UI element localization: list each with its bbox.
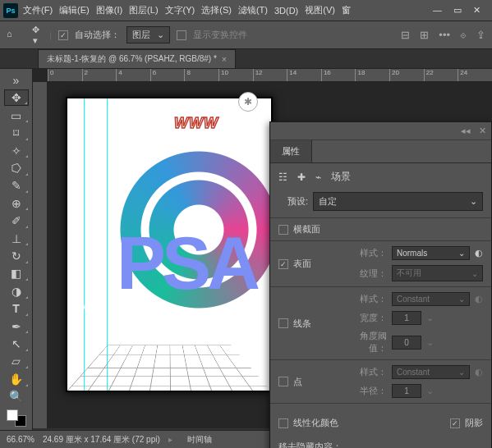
menu-layer[interactable]: 图层(L) — [127, 2, 159, 18]
document-tabs: 未标题-1-恢复的 @ 66.7% (PSAHZ, RGB/8#) * × — [0, 49, 492, 69]
ruler-horizontal[interactable]: 024681012141618202224 — [48, 69, 492, 82]
show-transform-checkbox[interactable] — [177, 30, 186, 40]
points-radius-input: 1 — [392, 384, 421, 398]
points-style-select: Constant⌄ — [392, 365, 470, 379]
psa-text: PSA — [117, 222, 256, 306]
mode-3d-icon[interactable]: ⟐ — [460, 29, 467, 41]
section-label: 横截面 — [293, 223, 320, 235]
document-tab[interactable]: 未标题-1-恢复的 @ 66.7% (PSAHZ, RGB/8#) * × — [38, 49, 236, 68]
3d-axis-widget[interactable]: ⊕⌖ — [69, 300, 89, 314]
options-bar: ⌂ ✥ ▾ | 自动选择： 图层⌄ 显示变换控件 ⊟ ⊞ ••• ⟐ ⇪ — [0, 21, 492, 49]
share-icon[interactable]: ⇪ — [476, 29, 485, 41]
show-transform-label: 显示变换控件 — [193, 29, 247, 41]
document-canvas[interactable]: WWW PSA — [66, 97, 273, 392]
points-checkbox[interactable] — [278, 377, 288, 386]
menu-edit[interactable]: 编辑(E) — [57, 2, 91, 18]
shape-tool[interactable]: ▱ — [4, 354, 29, 369]
history-brush-tool[interactable]: ↻ — [4, 248, 29, 263]
healing-tool[interactable]: ⊕ — [4, 195, 29, 211]
zoom-tool[interactable]: 🔍 — [4, 389, 29, 405]
menu-file[interactable]: 文件(F) — [21, 2, 54, 18]
auto-select-label: 自动选择： — [75, 29, 120, 41]
chevrons-icon[interactable]: » — [4, 72, 29, 88]
ground-plane-grid — [67, 345, 271, 391]
tab-close-icon[interactable]: × — [222, 55, 227, 64]
move-tool[interactable]: ✥ — [4, 89, 29, 106]
add-icon[interactable]: ✚ — [297, 171, 306, 183]
path-select-tool[interactable]: ↖ — [4, 336, 29, 351]
surface-checkbox[interactable] — [278, 259, 288, 269]
ruler-vertical[interactable] — [33, 82, 48, 428]
eyedropper-tool[interactable]: ✎ — [4, 178, 29, 194]
stamp-tool[interactable]: ⊥ — [4, 231, 29, 246]
menu-image[interactable]: 图像(I) — [94, 2, 124, 18]
menu-view[interactable]: 视图(V) — [303, 2, 337, 18]
points-label: 点 — [293, 376, 302, 388]
auto-select-checkbox[interactable] — [58, 30, 68, 40]
maximize-icon[interactable]: ▭ — [452, 3, 463, 17]
eraser-tool[interactable]: ◧ — [4, 266, 29, 281]
panel-title[interactable]: 属性 — [270, 140, 312, 162]
lines-label: 线条 — [293, 318, 311, 330]
type-tool[interactable]: T — [4, 301, 29, 317]
app-icon: Ps — [3, 3, 18, 18]
crop-tool[interactable]: ⭔ — [4, 160, 29, 176]
menu-window[interactable]: 窗 — [340, 2, 352, 18]
minimize-icon[interactable]: — — [431, 3, 444, 17]
panel-collapse-icon[interactable]: ◂◂ — [461, 126, 471, 136]
more-icon[interactable]: ••• — [439, 29, 450, 41]
surface-label: 表面 — [293, 258, 311, 270]
filter-icon[interactable]: ☷ — [278, 171, 287, 183]
hide-label: 移去隐藏内容： — [278, 441, 483, 448]
close-icon[interactable]: ✕ — [471, 3, 482, 17]
distribute-icon[interactable]: ⊞ — [420, 29, 429, 41]
preset-label: 预设: — [278, 195, 308, 208]
watermark-url: WWW — [174, 115, 218, 132]
magic-wand-tool[interactable]: ✧ — [4, 143, 29, 158]
link-icon[interactable]: ⌁ — [315, 171, 321, 183]
align-icon[interactable]: ⊟ — [401, 29, 410, 41]
surface-style-select[interactable]: Normals⌄ — [392, 246, 470, 260]
surface-texture-select: 不可用⌄ — [392, 265, 483, 281]
menu-type[interactable]: 文字(Y) — [163, 2, 197, 18]
preset-select[interactable]: 自定⌄ — [313, 192, 483, 211]
points-swatch-icon: ◐ — [475, 367, 483, 377]
lines-width-input: 1 — [392, 311, 421, 325]
brush-tool[interactable]: ✐ — [4, 213, 29, 228]
hand-tool[interactable]: ✋ — [4, 371, 29, 386]
3d-center-widget[interactable]: ✱ — [238, 92, 258, 112]
lasso-tool[interactable]: ⌑ — [4, 125, 29, 140]
lines-checkbox[interactable] — [278, 318, 288, 328]
auto-select-target[interactable]: 图层⌄ — [126, 26, 170, 43]
timeline-tab[interactable]: 时间轴 — [187, 434, 212, 446]
linearize-label: 线性化颜色 — [293, 417, 338, 429]
lines-style-select: Constant⌄ — [392, 292, 470, 306]
menu-3d[interactable]: 3D(D) — [273, 4, 300, 17]
doc-dimensions[interactable]: 24.69 厘米 x 17.64 厘米 (72 ppi) — [43, 434, 160, 446]
gradient-tool[interactable]: ◑ — [4, 283, 29, 299]
lines-swatch-icon: ◐ — [475, 294, 483, 304]
shadow-checkbox[interactable] — [450, 418, 460, 428]
color-swatch[interactable] — [7, 409, 26, 427]
pen-tool[interactable]: ✒ — [4, 318, 29, 334]
scene-label: 场景 — [331, 170, 351, 184]
section-checkbox[interactable] — [278, 225, 288, 235]
home-icon[interactable]: ⌂ — [7, 29, 21, 42]
lines-angle-input: 0 — [392, 336, 421, 350]
tools-panel: » ✥ ▭ ⌑ ✧ ⭔ ✎ ⊕ ✐ ⊥ ↻ ◧ ◑ T ✒ ↖ ▱ ✋ 🔍 — [0, 69, 33, 430]
zoom-level[interactable]: 66.67% — [7, 435, 34, 444]
menu-bar: Ps 文件(F) 编辑(E) 图像(I) 图层(L) 文字(Y) 选择(S) 滤… — [0, 0, 492, 21]
surface-swatch-icon[interactable]: ◐ — [475, 248, 483, 258]
linearize-checkbox[interactable] — [278, 418, 288, 428]
properties-panel: ➸ ◂◂ ✕ 属性 ☷ ✚ ⌁ 场景 预设: 自定⌄ 横截面 表面 — [269, 121, 492, 448]
menu-filter[interactable]: 滤镜(T) — [237, 2, 269, 18]
shadow-label: 阴影 — [465, 417, 483, 429]
tool-preset-icon[interactable]: ✥ ▾ — [28, 25, 43, 46]
panel-close-icon[interactable]: ✕ — [479, 126, 486, 136]
marquee-tool[interactable]: ▭ — [4, 107, 29, 123]
menu-select[interactable]: 选择(S) — [200, 2, 233, 18]
